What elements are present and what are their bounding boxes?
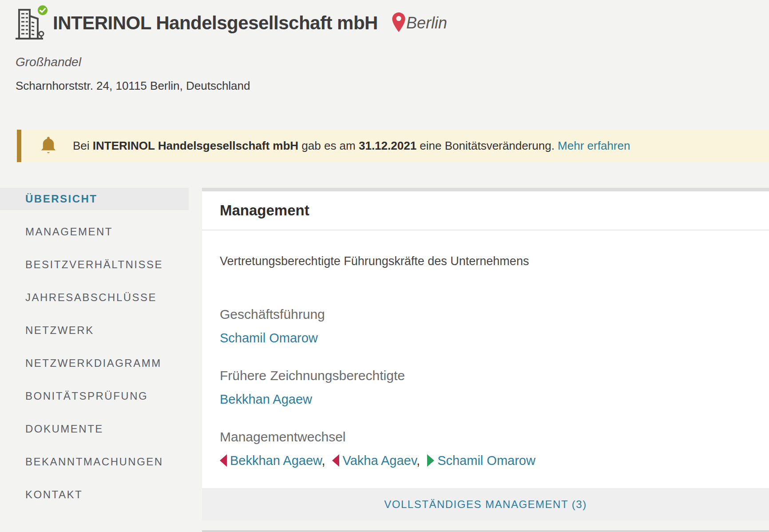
- person-link-vakha-agaev-out[interactable]: Vakha Agaev: [342, 453, 416, 468]
- card-header: Management: [202, 191, 769, 230]
- sidebar-item-netzwerk[interactable]: NETZWERK: [0, 319, 189, 341]
- credit-change-alert-banner: Bei INTERINOL Handelsgesellschaft mbH ga…: [17, 130, 769, 162]
- sidebar-item-dokumente[interactable]: DOKUMENTE: [0, 418, 189, 440]
- left-arrow-out-icon: [332, 454, 339, 467]
- sidebar-item-bonitaetspruefung[interactable]: BONITÄTSPRÜFUNG: [0, 385, 189, 407]
- section-sidebar: ÜBERSICHT MANAGEMENT BESITZVERHÄLTNISSE …: [0, 188, 189, 532]
- group-heading-geschaeftsfuehrung: Geschäftsführung: [220, 306, 751, 323]
- management-change-row: Bekkhan Agaew,Vakha Agaev,Schamil Omarow: [220, 452, 751, 469]
- company-header: INTERINOL Handelsgesellschaft mbH Berlin…: [0, 0, 769, 93]
- sidebar-item-bekanntmachungen[interactable]: BEKANNTMACHUNGEN: [0, 451, 189, 473]
- building-icon: [15, 6, 47, 40]
- section-title: Management: [220, 202, 751, 219]
- separator: ,: [416, 453, 420, 468]
- full-management-button[interactable]: VOLLSTÄNDIGES MANAGEMENT (3): [202, 488, 769, 520]
- company-industry: Großhandel: [16, 55, 769, 69]
- management-card: Management Vertretungsberechtigte Führun…: [202, 191, 769, 520]
- card-top-border: [202, 188, 769, 191]
- page-title: INTERINOL Handelsgesellschaft mbH: [53, 12, 378, 34]
- alert-more-link[interactable]: Mehr erfahren: [558, 139, 630, 152]
- group-heading-fruehere-zeichnungsberechtigte: Frühere Zeichnungsberechtigte: [220, 367, 751, 384]
- sidebar-item-netzwerkdiagramm[interactable]: NETZWERKDIAGRAMM: [0, 352, 189, 374]
- group-heading-managementwechsel: Managementwechsel: [220, 429, 751, 445]
- next-card-top-border: [202, 530, 769, 532]
- check-badge-icon: [37, 4, 48, 18]
- alert-company-name: INTERINOL Handelsgesellschaft mbH: [93, 139, 298, 152]
- card-content: Vertretungsberechtigte Führungskräfte de…: [202, 230, 769, 469]
- management-section: Management Vertretungsberechtigte Führun…: [202, 188, 769, 532]
- company-address: Scharnhorststr. 24, 10115 Berlin, Deutsc…: [16, 79, 769, 93]
- person-row: Bekkhan Agaew: [220, 390, 751, 408]
- alert-message: Bei INTERINOL Handelsgesellschaft mbH ga…: [73, 139, 630, 153]
- sidebar-item-besitzverhaeltnisse[interactable]: BESITZVERHÄLTNISSE: [0, 254, 189, 276]
- sidebar-item-jahresabschluesse[interactable]: JAHRESABSCHLÜSSE: [0, 286, 189, 309]
- person-row: Schamil Omarow: [220, 329, 751, 347]
- left-arrow-out-icon: [220, 454, 227, 467]
- company-city: Berlin: [406, 14, 447, 32]
- sidebar-item-kontakt[interactable]: KONTAKT: [0, 484, 189, 506]
- alert-date: 31.12.2021: [359, 139, 416, 152]
- person-link-schamil-omarow[interactable]: Schamil Omarow: [220, 331, 318, 345]
- management-intro: Vertretungsberechtigte Führungskräfte de…: [220, 254, 751, 269]
- right-arrow-in-icon: [427, 454, 434, 467]
- sidebar-item-uebersicht[interactable]: ÜBERSICHT: [0, 188, 189, 210]
- person-link-schamil-omarow-in[interactable]: Schamil Omarow: [437, 453, 535, 468]
- location-pin-icon: [392, 12, 405, 34]
- full-management-button-label: VOLLSTÄNDIGES MANAGEMENT (3): [384, 498, 587, 511]
- person-link-bekkhan-agaew-out[interactable]: Bekkhan Agaew: [230, 453, 321, 468]
- sidebar-item-management[interactable]: MANAGEMENT: [0, 221, 189, 243]
- separator: ,: [321, 453, 325, 468]
- bell-icon: [39, 135, 58, 157]
- person-link-bekkhan-agaew[interactable]: Bekkhan Agaew: [220, 392, 312, 406]
